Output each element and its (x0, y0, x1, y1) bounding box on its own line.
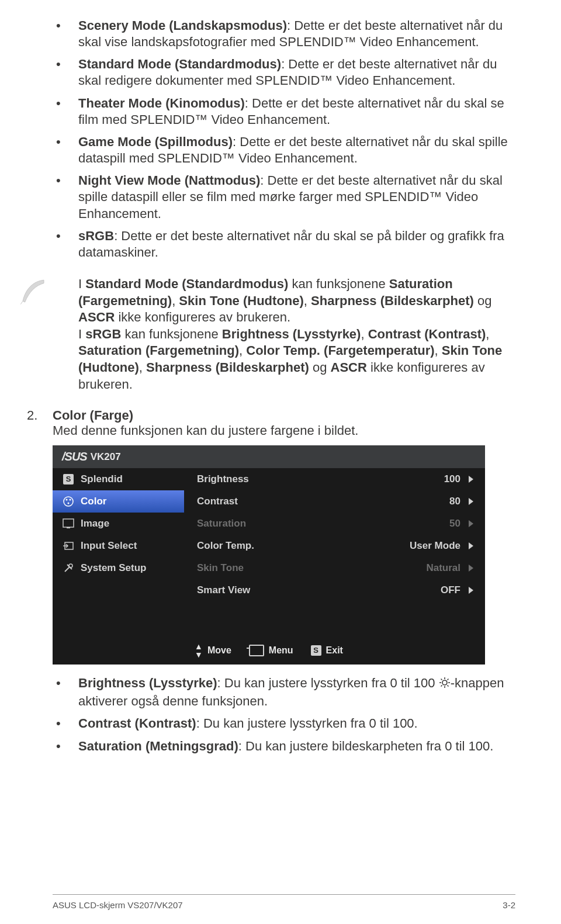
osd-row-brightness[interactable]: Brightness100 (184, 468, 485, 490)
osd-category-system[interactable]: System Setup (53, 557, 184, 579)
svg-point-0 (64, 497, 73, 506)
page-footer: ASUS LCD-skjerm VS207/VK207 3-2 (53, 900, 515, 910)
row-label: Skin Tone (197, 562, 244, 574)
row-label: Brightness (197, 473, 249, 485)
osd-hint-exit: SExit (311, 645, 343, 656)
t: Brightness (Lysstyrke) (222, 327, 361, 341)
svg-line-16 (447, 679, 448, 680)
svg-point-8 (442, 680, 447, 685)
row-value: Natural (426, 562, 460, 574)
cat-label: System Setup (81, 562, 146, 574)
note-block: I Standard Mode (Standardmodus) kan funk… (53, 276, 515, 393)
mode-list: Scenery Mode (Landskapsmodus): Dette er … (53, 18, 515, 261)
row-value: OFF (441, 584, 460, 596)
osd-category-input[interactable]: Input Select (53, 535, 184, 557)
osd-row-colortemp[interactable]: Color Temp.User Mode (184, 535, 485, 557)
t: , (486, 327, 489, 341)
svg-point-3 (68, 503, 70, 504)
hint-label: Menu (269, 645, 293, 656)
svg-line-14 (447, 686, 448, 687)
svg-line-13 (441, 679, 442, 680)
item-desc: : Du kan justere bildeskarpheten fra 0 t… (238, 739, 494, 753)
updown-icon: ▲▼ (195, 642, 203, 659)
svg-point-7 (69, 564, 72, 567)
s-icon: S (61, 474, 76, 485)
osd-row-saturation: Saturation50 (184, 513, 485, 535)
item-desc: : Du kan justere lysstyrken fra 0 til 10… (217, 676, 439, 690)
t: , (239, 343, 246, 358)
t: og (474, 293, 492, 308)
cat-label: Image (81, 518, 109, 530)
osd-model: VK207 (91, 451, 121, 463)
hint-label: Move (207, 645, 231, 656)
osd-header: /SUS VK207 (53, 445, 485, 468)
sun-icon (439, 676, 451, 693)
list-item: Game Mode (Spillmodus): Dette er det bes… (53, 134, 515, 167)
cat-label: Input Select (81, 540, 137, 552)
asus-logo-icon: /SUS (62, 450, 87, 463)
t: kan funksjonene (121, 327, 221, 341)
item-desc: : Du kan justere lysstyrken fra 0 til 10… (196, 716, 418, 731)
svg-point-2 (70, 499, 71, 501)
osd-category-splendid[interactable]: SSplendid (53, 468, 184, 490)
chevron-right-icon (469, 542, 473, 549)
list-item: Theater Mode (Kinomodus): Dette er det b… (53, 95, 515, 128)
t: ASCR (78, 310, 115, 324)
osd-panel: /SUS VK207 SSplendid Color Image Input S… (53, 445, 485, 665)
osd-row-smartview[interactable]: Smart ViewOFF (184, 579, 485, 601)
cat-label: Splendid (81, 473, 123, 485)
mode-title: Scenery Mode (Landskapsmodus) (78, 18, 287, 33)
footer-left: ASUS LCD-skjerm VS207/VK207 (53, 900, 183, 910)
row-value: 100 (444, 473, 460, 485)
chevron-right-icon (469, 565, 473, 572)
t: , (172, 293, 179, 308)
section-desc: Med denne funksjonen kan du justere farg… (53, 423, 515, 438)
t: , (304, 293, 311, 308)
mode-title: Standard Mode (Standardmodus) (78, 57, 281, 71)
osd-row-skintone: Skin ToneNatural (184, 557, 485, 579)
menu-icon (249, 645, 264, 656)
list-item: sRGB: Dette er det beste alternativet nå… (53, 228, 515, 261)
chevron-right-icon (469, 587, 473, 594)
t: Skin Tone (Hudtone) (179, 293, 303, 308)
mode-title: sRGB (78, 229, 114, 243)
t: I (78, 276, 85, 291)
mode-title: Theater Mode (Kinomodus) (78, 96, 245, 110)
svg-rect-5 (67, 527, 70, 528)
row-value: 50 (449, 518, 460, 530)
t: , (435, 343, 442, 358)
osd-settings-list: Brightness100 Contrast80 Saturation50 Co… (184, 468, 485, 601)
osd-category-list: SSplendid Color Image Input Select Syste… (53, 468, 184, 601)
row-label: Contrast (197, 496, 238, 507)
osd-footer: ▲▼Move Menu SExit (53, 636, 485, 665)
chevron-right-icon (469, 498, 473, 505)
t: sRGB (85, 327, 121, 341)
palette-icon (61, 496, 76, 507)
mode-title: Night View Mode (Nattmodus) (78, 173, 260, 188)
note-text: I Standard Mode (Standardmodus) kan funk… (53, 276, 515, 393)
tools-icon (61, 562, 76, 574)
t: , (139, 360, 146, 375)
input-icon (61, 541, 76, 551)
osd-hint-menu: Menu (249, 645, 293, 656)
t: kan funksjonene (288, 276, 389, 291)
svg-line-15 (441, 686, 442, 687)
cat-label: Color (81, 496, 106, 507)
mode-title: Game Mode (Spillmodus) (78, 134, 233, 149)
item-title: Saturation (Metningsgrad) (78, 739, 238, 753)
s-icon: S (311, 645, 321, 656)
list-item: Scenery Mode (Landskapsmodus): Dette er … (53, 18, 515, 50)
list-item: Contrast (Kontrast): Du kan justere lyss… (53, 715, 515, 732)
svg-point-1 (66, 499, 68, 501)
feather-icon (18, 276, 53, 310)
chevron-right-icon (469, 520, 473, 527)
row-label: Saturation (197, 518, 246, 530)
list-item: Night View Mode (Nattmodus): Dette er de… (53, 172, 515, 222)
osd-category-color[interactable]: Color (53, 490, 184, 513)
section-number: 2. (27, 408, 53, 423)
chevron-right-icon (469, 476, 473, 483)
osd-row-contrast[interactable]: Contrast80 (184, 490, 485, 513)
t: Contrast (Kontrast) (368, 327, 486, 341)
osd-category-image[interactable]: Image (53, 513, 184, 535)
t: og (309, 360, 331, 375)
